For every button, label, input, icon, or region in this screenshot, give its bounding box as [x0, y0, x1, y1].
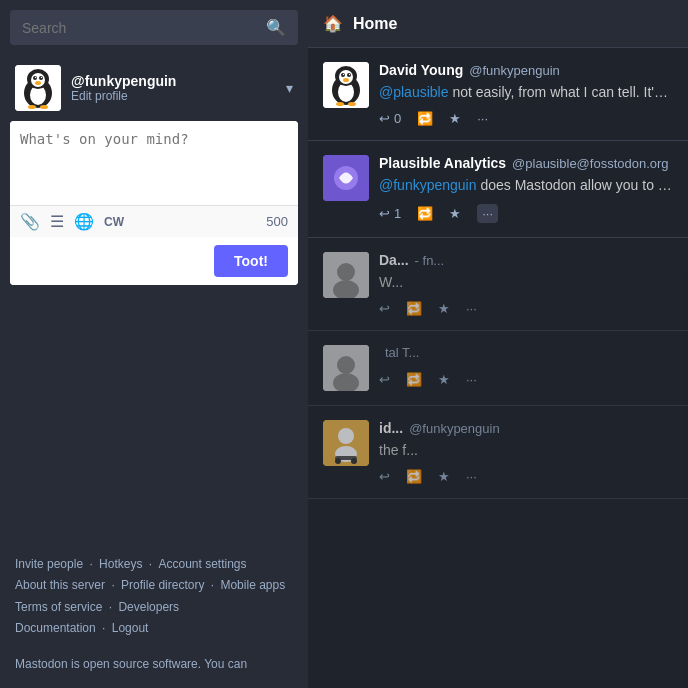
svg-point-30	[337, 356, 355, 374]
home-header: 🏠 Home	[308, 0, 688, 48]
post-1-name[interactable]: David Young	[379, 62, 463, 78]
post-2-name[interactable]: Plausible Analytics	[379, 155, 506, 171]
post-5-handle: @funkypenguin	[409, 421, 500, 436]
search-bar[interactable]: 🔍	[10, 10, 298, 45]
post-2-content: Plausible Analytics @plausible@fosstodon…	[379, 155, 673, 223]
developers-link[interactable]: Developers	[118, 600, 179, 614]
toot-button[interactable]: Toot!	[214, 245, 288, 277]
reply-button-4[interactable]: ↩	[379, 372, 390, 387]
post-1: David Young @funkypenguin @plausible not…	[308, 48, 688, 141]
more-button-3[interactable]: ···	[466, 301, 477, 316]
invite-people-link[interactable]: Invite people	[15, 557, 83, 571]
more-button-5[interactable]: ···	[466, 469, 477, 484]
more-button-2[interactable]: ···	[477, 204, 498, 223]
attach-icon[interactable]: 📎	[20, 212, 40, 231]
post-4-content: tal T... ↩ 🔁 ★ ···	[379, 345, 673, 391]
reply-button-3[interactable]: ↩	[379, 301, 390, 316]
profile-username: @funkypenguin	[71, 73, 176, 89]
logout-link[interactable]: Logout	[112, 621, 149, 635]
globe-icon[interactable]: 🌐	[74, 212, 94, 231]
post-4-handle: tal T...	[385, 345, 419, 360]
post-avatar-1[interactable]	[323, 62, 369, 108]
post-5-content: id... @funkypenguin the f... ↩ 🔁 ★ ···	[379, 420, 673, 484]
post-1-text: @plausible not easily, from what I can t…	[379, 82, 673, 103]
account-settings-link[interactable]: Account settings	[158, 557, 246, 571]
favorite-button-4[interactable]: ★	[438, 372, 450, 387]
post-2-mention[interactable]: @funkypenguin	[379, 177, 477, 193]
favorite-button-3[interactable]: ★	[438, 301, 450, 316]
post-3-handle: - fn...	[415, 253, 445, 268]
post-4: tal T... ↩ 🔁 ★ ···	[308, 331, 688, 406]
compose-textarea[interactable]	[10, 121, 298, 201]
svg-point-7	[35, 77, 36, 78]
svg-point-23	[348, 102, 356, 106]
boost-button-1[interactable]: 🔁	[417, 111, 433, 126]
profile-directory-link[interactable]: Profile directory	[121, 578, 204, 592]
chevron-down-icon[interactable]: ▾	[286, 80, 293, 96]
search-icon: 🔍	[266, 18, 286, 37]
favorite-button-2[interactable]: ★	[449, 206, 461, 221]
post-5: id... @funkypenguin the f... ↩ 🔁 ★ ···	[308, 406, 688, 499]
post-5-text: the f...	[379, 440, 673, 461]
svg-point-10	[28, 105, 36, 109]
post-avatar-2[interactable]	[323, 155, 369, 201]
edit-profile-link[interactable]: Edit profile	[71, 89, 176, 103]
post-2-handle: @plausible@fosstodon.org	[512, 156, 668, 171]
post-1-content: David Young @funkypenguin @plausible not…	[379, 62, 673, 126]
home-title: Home	[353, 15, 397, 33]
post-5-name[interactable]: id...	[379, 420, 403, 436]
post-avatar-5[interactable]	[323, 420, 369, 466]
post-3: Da... - fn... W... ↩ 🔁 ★ ···	[308, 238, 688, 331]
compose-box: 📎 ☰ 🌐 CW 500 Toot!	[10, 121, 298, 285]
post-2-text: @funkypenguin does Mastodon allow you to…	[379, 175, 673, 196]
right-column: 🏠 Home	[308, 0, 688, 688]
cw-button[interactable]: CW	[104, 215, 124, 229]
svg-point-11	[40, 105, 48, 109]
svg-point-19	[343, 74, 344, 75]
tos-link[interactable]: Terms of service	[15, 600, 102, 614]
about-server-link[interactable]: About this server	[15, 578, 105, 592]
search-input[interactable]	[22, 20, 266, 36]
boost-button-3[interactable]: 🔁	[406, 301, 422, 316]
svg-point-37	[351, 458, 357, 464]
post-avatar-3[interactable]	[323, 252, 369, 298]
char-count: 500	[266, 214, 288, 229]
svg-point-5	[33, 76, 37, 80]
more-button-1[interactable]: ···	[477, 111, 488, 126]
hotkeys-link[interactable]: Hotkeys	[99, 557, 142, 571]
reply-button-5[interactable]: ↩	[379, 469, 390, 484]
post-3-actions: ↩ 🔁 ★ ···	[379, 301, 673, 316]
post-avatar-4[interactable]	[323, 345, 369, 391]
favorite-button-1[interactable]: ★	[449, 111, 461, 126]
svg-point-9	[35, 81, 41, 85]
reply-button-2[interactable]: ↩ 1	[379, 206, 401, 221]
post-2-actions: ↩ 1 🔁 ★ ···	[379, 204, 673, 223]
boost-button-2[interactable]: 🔁	[417, 206, 433, 221]
post-3-name[interactable]: Da...	[379, 252, 409, 268]
format-icon[interactable]: ☰	[50, 212, 64, 231]
boost-button-5[interactable]: 🔁	[406, 469, 422, 484]
favorite-button-5[interactable]: ★	[438, 469, 450, 484]
compose-toolbar: 📎 ☰ 🌐 CW 500	[10, 205, 298, 237]
svg-point-33	[338, 428, 354, 444]
post-2: Plausible Analytics @plausible@fosstodon…	[308, 141, 688, 238]
mobile-apps-link[interactable]: Mobile apps	[220, 578, 285, 592]
svg-point-36	[335, 458, 341, 464]
reply-button-1[interactable]: ↩ 0	[379, 111, 401, 126]
home-icon: 🏠	[323, 14, 343, 33]
svg-point-8	[41, 77, 42, 78]
svg-point-22	[336, 102, 344, 106]
svg-point-6	[39, 76, 43, 80]
left-sidebar: 🔍	[0, 0, 308, 688]
documentation-link[interactable]: Documentation	[15, 621, 96, 635]
svg-point-20	[349, 74, 350, 75]
feed: David Young @funkypenguin @plausible not…	[308, 48, 688, 688]
post-1-handle: @funkypenguin	[469, 63, 560, 78]
svg-point-27	[337, 263, 355, 281]
avatar[interactable]	[15, 65, 61, 111]
footer-links: Invite people · Hotkeys · Account settin…	[0, 539, 308, 655]
more-button-4[interactable]: ···	[466, 372, 477, 387]
post-1-mention[interactable]: @plausible	[379, 84, 448, 100]
post-1-actions: ↩ 0 🔁 ★ ···	[379, 111, 673, 126]
boost-button-4[interactable]: 🔁	[406, 372, 422, 387]
